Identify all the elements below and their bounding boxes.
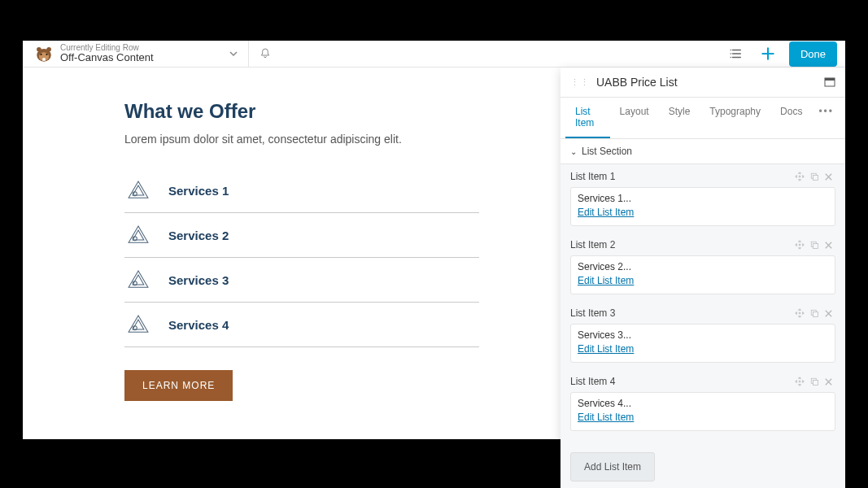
edit-list-item-link[interactable]: Edit List Item [578,343,634,355]
section-header[interactable]: ⌄ List Section [560,139,845,164]
tab-more[interactable]: ••• [812,98,840,138]
duplicate-icon [809,172,819,181]
service-label: Services 2 [168,229,229,242]
close-icon [824,241,833,250]
list-item-title: List Item 2 [570,239,792,251]
duplicate-item-button[interactable] [807,172,822,181]
tab-style[interactable]: Style [659,98,700,138]
service-label: Services 1 [168,184,229,198]
move-icon [795,172,805,181]
section-title: List Section [582,146,632,157]
close-icon [824,377,833,386]
move-item-button[interactable] [792,240,807,250]
duplicate-icon [809,308,819,318]
edit-list-item-link[interactable]: Edit List Item [578,207,634,218]
service-icon [124,178,152,203]
canvas: What we Offer Lorem ipsum dolor sit amet… [23,68,845,488]
svg-point-3 [46,47,51,52]
move-icon [795,240,805,250]
notifications-button[interactable] [248,41,281,67]
move-icon [795,377,805,386]
tab-docs[interactable]: Docs [770,98,812,138]
content-area: What we Offer Lorem ipsum dolor sit amet… [23,68,560,488]
topbar-info: Currently Editing Row Off-Canvas Content [60,43,154,63]
move-item-button[interactable] [792,377,807,386]
list-items: List Item 1Services 1...Edit List ItemLi… [560,164,845,431]
svg-point-4 [40,54,41,55]
outline-button[interactable] [726,43,747,64]
close-icon [824,172,833,181]
app-frame: Currently Editing Row Off-Canvas Content… [23,41,845,439]
list-item-card: Services 1...Edit List Item [570,187,835,226]
settings-panel: ⋮⋮ UABB Price List List ItemLayoutStyleT… [560,68,845,488]
svg-point-5 [46,54,47,55]
svg-rect-14 [813,176,818,181]
edit-list-item-link[interactable]: Edit List Item [578,412,634,423]
list-item: List Item 3Services 3...Edit List Item [560,301,845,363]
list-item-header: List Item 2 [560,233,845,255]
list-item-card: Services 3...Edit List Item [570,324,835,363]
svg-rect-6 [42,58,46,61]
title-dropdown[interactable] [219,49,248,59]
move-item-button[interactable] [792,172,807,181]
service-label: Services 4 [168,318,229,332]
service-row: Services 2 [124,213,479,258]
add-button[interactable] [755,46,781,62]
offer-subtitle: Lorem ipsum dolor sit amet, consectetur … [124,133,479,146]
top-bar: Currently Editing Row Off-Canvas Content… [23,41,845,68]
panel-title-row: ⋮⋮ UABB Price List [560,68,845,98]
beaver-logo [31,41,57,67]
list-item-desc: Services 2... [578,261,828,272]
done-button[interactable]: Done [789,41,837,67]
list-item-header: List Item 3 [560,301,845,324]
tab-typography[interactable]: Typography [700,98,770,138]
svg-rect-12 [825,78,835,81]
duplicate-item-button[interactable] [807,308,822,318]
tab-list-item[interactable]: List Item [565,98,610,138]
bell-icon [259,47,272,60]
list-item: List Item 2Services 2...Edit List Item [560,233,845,294]
duplicate-icon [809,377,819,386]
remove-item-button[interactable] [822,172,835,181]
svg-rect-18 [813,312,818,317]
move-icon [795,308,805,318]
list-item: List Item 1Services 1...Edit List Item [560,164,845,226]
add-list-item-button[interactable]: Add List Item [570,452,655,481]
list-icon [729,46,744,61]
duplicate-item-button[interactable] [807,377,822,386]
list-item-card: Services 2...Edit List Item [570,255,835,294]
service-label: Services 3 [168,273,229,287]
list-item-header: List Item 1 [560,164,845,187]
service-icon [124,223,152,247]
list-item: List Item 4Services 4...Edit List Item [560,369,845,431]
remove-item-button[interactable] [822,377,835,386]
svg-point-2 [37,47,41,52]
drag-handle-icon[interactable]: ⋮⋮ [570,77,590,88]
list-item-desc: Services 1... [578,193,828,204]
list-item-title: List Item 3 [570,307,792,319]
service-row: Services 1 [124,168,479,213]
move-item-button[interactable] [792,308,807,318]
chevron-down-icon: ⌄ [570,147,577,156]
service-row: Services 3 [124,258,479,303]
close-icon [824,309,833,318]
svg-rect-16 [813,244,818,249]
tab-layout[interactable]: Layout [610,98,659,138]
panel-body: ⌄ List Section List Item 1Services 1...E… [560,139,845,488]
topbar-actions: Done [726,41,837,67]
collapse-button[interactable] [824,77,835,87]
list-item-card: Services 4...Edit List Item [570,392,835,431]
offer-heading: What we Offer [124,100,479,123]
list-item-header: List Item 4 [560,369,845,392]
learn-more-button[interactable]: LEARN MORE [124,370,233,401]
remove-item-button[interactable] [822,309,835,318]
plus-icon [760,46,776,62]
edit-list-item-link[interactable]: Edit List Item [578,275,634,286]
svg-rect-20 [813,381,818,386]
remove-item-button[interactable] [822,241,835,250]
list-item-title: List Item 1 [570,171,792,182]
window-icon [824,77,835,87]
list-item-desc: Services 3... [578,329,828,341]
duplicate-item-button[interactable] [807,240,822,250]
list-item-desc: Services 4... [578,398,828,409]
